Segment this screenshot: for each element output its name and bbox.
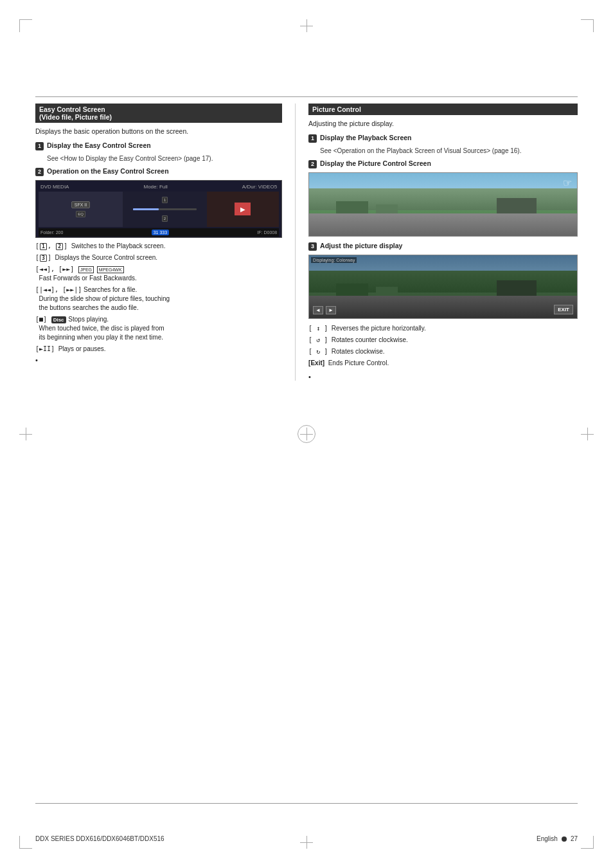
op-note-1: [1, 2] Switches to the Playback screen. [35,242,282,251]
step1-body: See <How to Display the Easy Control Scr… [47,154,282,163]
right-step3-title: Adjust the picture display [320,242,402,249]
arrow-right: ► [326,306,336,314]
building2 [376,204,397,214]
format-jpeg: JPEG [78,266,94,274]
device-main-area: SFX II EQ 1 2 ▶ [39,192,279,227]
ctrl-key-1: [ ↕ ] [308,325,328,332]
control-arrows: ◄ ► [313,306,336,314]
device-screen: DVD MEDIA Mode: Full A/Dur: VIDEO5 SFX I… [35,180,282,238]
op-key-3: [◄◄], [►►] [35,266,74,273]
picture-control-image: ☞ [308,172,578,237]
cursor-icon: ☞ [563,177,572,189]
op-key-1: [1, 2] [35,242,67,249]
road2-layer [309,296,577,318]
disc-badge: Disc [51,316,66,323]
bottom-divider [35,803,578,804]
right-intro: Adjusting the picture display. [308,119,578,129]
device-bottom-bar: Folder: 200 31 333 IF: D0008 [39,228,279,237]
device-folder-label: Folder: 200 [40,230,63,235]
two-columns: Easy Control Screen (Video file, Picture… [35,97,578,381]
step1-num: 1 [35,142,44,150]
right-step2: 2 Display the Picture Control Screen [308,159,578,168]
picture-controls-list: [ ↕ ] Reverses the picture horizontally.… [308,324,578,368]
building3 [497,198,537,214]
device-progress-bar [133,208,196,210]
op-note-4: [|◄◄], [►►|] Searches for a file. During… [35,285,282,312]
left-step2: 2 Operation on the Easy Control Screen [35,167,282,176]
exit-button[interactable]: EXIT [554,305,573,314]
right-step3-num: 3 [308,242,317,251]
page-number: 27 [571,835,578,842]
ctrl-note-4: [Exit] Ends Picture Control. [308,359,578,368]
right-step1: 1 Display the Playback Screen [308,134,578,143]
device-left-panel: SFX II EQ [39,192,123,227]
crop-mark-tl [19,19,32,32]
device-center-panel: 1 2 [123,192,207,227]
op-note-6: [►II] Plays or pauses. [35,345,282,354]
format-mpeg: MPEG4WK [97,266,124,274]
right-step2-title: Display the Picture Control Screen [320,159,431,167]
device-progress-fill [133,208,158,210]
building5 [376,287,397,296]
device-play-area: ▶ [235,203,251,215]
arrow-left: ◄ [313,306,323,314]
displaying-label: Displaying: Colorway [311,257,357,263]
ctrl-key-exit: [Exit] [308,359,324,366]
right-column: Picture Control Adjusting the picture di… [296,104,578,381]
building4 [336,284,368,296]
ctrl-note-2: [ ↺ ] Rotates counter clockwise. [308,336,578,345]
ctrl-note-1: [ ↕ ] Reverses the picture horizontally. [308,324,578,333]
right-step2-num: 2 [308,160,317,168]
ctrl-note-3: [ ↻ ] Rotates clockwise. [308,347,578,356]
step1-title: Display the Easy Control Screen [47,141,151,149]
bullet-left: • [35,356,282,364]
road-layer [309,213,577,235]
device-if-label: IF: D0008 [257,230,277,235]
left-section-header: Easy Control Screen (Video file, Picture… [35,104,282,123]
device-num1-btn: 1 [162,197,168,203]
device-top-bar: DVD MEDIA Mode: Full A/Dur: VIDEO5 [39,183,279,190]
left-step1: 1 Display the Easy Control Screen [35,141,282,150]
right-section-header: Picture Control [308,104,578,115]
crosshair-left [19,428,32,440]
crosshair-right [581,428,594,440]
left-intro: Displays the basic operation buttons on … [35,127,282,136]
left-column: Easy Control Screen (Video file, Picture… [35,104,296,381]
op-note-2: [3] Displays the Source Control screen. [35,253,282,262]
page-footer: DDX SERIES DDX616/DDX6046BT/DDX516 Engli… [35,835,578,842]
device-time-badge: 31 333 [152,230,169,235]
crop-mark-tr [581,19,594,32]
right-step1-num: 1 [308,134,317,143]
device-top-mode: Mode: Full [143,184,167,190]
device-top-right: A/Dur: VIDEO5 [242,184,277,190]
page-number-area: English 27 [537,835,578,842]
language-label: English [537,835,558,842]
op-note-3: [◄◄], [►►] JPEG MPEG4WK Fast Forwards or… [35,265,282,283]
device-eq-btn: EQ [76,211,85,217]
page-dot-icon [562,836,567,842]
device-play-icon: ▶ [240,206,245,213]
ctrl-key-3: [ ↻ ] [308,348,328,355]
crosshair-top [300,19,313,32]
building1 [336,201,368,214]
building6 [497,280,537,296]
op-key-2: [3] [35,254,51,261]
right-step3: 3 Adjust the picture display [308,242,578,251]
series-label: DDX SERIES DDX616/DDX6046BT/DDX516 [35,835,164,842]
device-sfx-btn: SFX II [71,201,90,208]
op-note-5: [■] Disc Stops playing. When touched twi… [35,315,282,342]
crop-mark-bl [19,836,32,849]
device-num2-btn: 2 [162,215,168,222]
device-right-panel: ▶ [207,192,279,227]
step2-title: Operation on the Easy Control Screen [47,167,169,175]
device-top-left: DVD MEDIA [40,184,69,190]
right-step1-body: See <Operation on the Playback Screen of… [320,147,578,156]
op-key-4: [|◄◄], [►►|] [35,286,82,293]
right-step1-title: Display the Playback Screen [320,134,411,141]
main-content: Easy Control Screen (Video file, Picture… [35,96,578,804]
step2-num: 2 [35,168,44,176]
op-key-6: [►II] [35,345,55,352]
op-key-5: [■] [35,316,47,323]
ctrl-key-2: [ ↺ ] [308,336,328,343]
bullet-right: • [308,373,578,381]
